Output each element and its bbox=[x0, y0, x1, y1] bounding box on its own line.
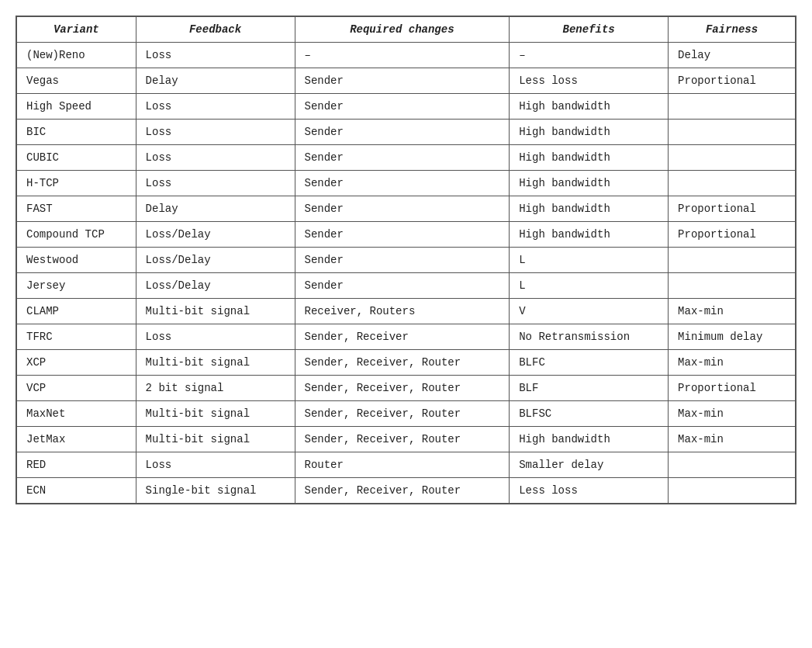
cell-r2-c4 bbox=[669, 94, 796, 120]
cell-r9-c3: L bbox=[510, 273, 669, 299]
table-row: FASTDelaySenderHigh bandwidthProportiona… bbox=[17, 196, 796, 222]
cell-r15-c4: Max-min bbox=[669, 427, 796, 452]
cell-r16-c2: Router bbox=[295, 452, 510, 478]
cell-r1-c3: Less loss bbox=[510, 68, 669, 94]
cell-r17-c1: Single-bit signal bbox=[136, 478, 295, 504]
cell-r3-c0: BIC bbox=[17, 120, 136, 145]
table-row: CUBICLossSenderHigh bandwidth bbox=[17, 145, 796, 171]
header-row: Variant Feedback Required changes Benefi… bbox=[17, 17, 796, 43]
table-row: CLAMPMulti-bit signalReceiver, RoutersVM… bbox=[17, 299, 796, 324]
table-body: (New)RenoLoss––DelayVegasDelaySenderLess… bbox=[17, 43, 796, 504]
cell-r8-c3: L bbox=[510, 248, 669, 273]
cell-r6-c4: Proportional bbox=[669, 196, 796, 222]
cell-r11-c4: Minimum delay bbox=[669, 324, 796, 350]
cell-r1-c0: Vegas bbox=[17, 68, 136, 94]
cell-r10-c1: Multi-bit signal bbox=[136, 299, 295, 324]
cell-r1-c4: Proportional bbox=[669, 68, 796, 94]
cell-r6-c1: Delay bbox=[136, 196, 295, 222]
cell-r0-c1: Loss bbox=[136, 43, 295, 68]
cell-r7-c3: High bandwidth bbox=[510, 222, 669, 248]
table-row: High SpeedLossSenderHigh bandwidth bbox=[17, 94, 796, 120]
table-row: MaxNetMulti-bit signalSender, Receiver, … bbox=[17, 401, 796, 427]
table-row: H-TCPLossSenderHigh bandwidth bbox=[17, 171, 796, 196]
cell-r13-c3: BLF bbox=[510, 376, 669, 401]
cell-r17-c0: ECN bbox=[17, 478, 136, 504]
cell-r3-c1: Loss bbox=[136, 120, 295, 145]
cell-r5-c4 bbox=[669, 171, 796, 196]
cell-r12-c2: Sender, Receiver, Router bbox=[295, 350, 510, 376]
table-row: REDLossRouterSmaller delay bbox=[17, 452, 796, 478]
table-row: ECNSingle-bit signalSender, Receiver, Ro… bbox=[17, 478, 796, 504]
cell-r6-c3: High bandwidth bbox=[510, 196, 669, 222]
cell-r0-c3: – bbox=[510, 43, 669, 68]
cell-r16-c1: Loss bbox=[136, 452, 295, 478]
cell-r15-c0: JetMax bbox=[17, 427, 136, 452]
cell-r15-c2: Sender, Receiver, Router bbox=[295, 427, 510, 452]
cell-r12-c1: Multi-bit signal bbox=[136, 350, 295, 376]
table-row: Compound TCPLoss/DelaySenderHigh bandwid… bbox=[17, 222, 796, 248]
cell-r15-c1: Multi-bit signal bbox=[136, 427, 295, 452]
cell-r4-c3: High bandwidth bbox=[510, 145, 669, 171]
cell-r0-c2: – bbox=[295, 43, 510, 68]
cell-r14-c0: MaxNet bbox=[17, 401, 136, 427]
cell-r14-c2: Sender, Receiver, Router bbox=[295, 401, 510, 427]
table-row: XCPMulti-bit signalSender, Receiver, Rou… bbox=[17, 350, 796, 376]
cell-r10-c0: CLAMP bbox=[17, 299, 136, 324]
cell-r0-c0: (New)Reno bbox=[17, 43, 136, 68]
cell-r11-c1: Loss bbox=[136, 324, 295, 350]
table-row: (New)RenoLoss––Delay bbox=[17, 43, 796, 68]
cell-r12-c3: BLFC bbox=[510, 350, 669, 376]
cell-r8-c2: Sender bbox=[295, 248, 510, 273]
cell-r2-c3: High bandwidth bbox=[510, 94, 669, 120]
main-table-wrapper: Variant Feedback Required changes Benefi… bbox=[16, 16, 796, 504]
cell-r8-c0: Westwood bbox=[17, 248, 136, 273]
table-row: JetMaxMulti-bit signalSender, Receiver, … bbox=[17, 427, 796, 452]
cell-r5-c0: H-TCP bbox=[17, 171, 136, 196]
table-row: VegasDelaySenderLess lossProportional bbox=[17, 68, 796, 94]
cell-r7-c4: Proportional bbox=[669, 222, 796, 248]
table-row: BICLossSenderHigh bandwidth bbox=[17, 120, 796, 145]
table-row: WestwoodLoss/DelaySenderL bbox=[17, 248, 796, 273]
cell-r10-c4: Max-min bbox=[669, 299, 796, 324]
cell-r2-c0: High Speed bbox=[17, 94, 136, 120]
cell-r8-c4 bbox=[669, 248, 796, 273]
cell-r5-c3: High bandwidth bbox=[510, 171, 669, 196]
cell-r4-c1: Loss bbox=[136, 145, 295, 171]
cell-r7-c2: Sender bbox=[295, 222, 510, 248]
cell-r14-c3: BLFSC bbox=[510, 401, 669, 427]
cell-r4-c0: CUBIC bbox=[17, 145, 136, 171]
cell-r16-c4 bbox=[669, 452, 796, 478]
cell-r17-c4 bbox=[669, 478, 796, 504]
cell-r16-c3: Smaller delay bbox=[510, 452, 669, 478]
cell-r11-c2: Sender, Receiver bbox=[295, 324, 510, 350]
cell-r5-c1: Loss bbox=[136, 171, 295, 196]
cell-r14-c4: Max-min bbox=[669, 401, 796, 427]
table-row: JerseyLoss/DelaySenderL bbox=[17, 273, 796, 299]
col-header-fairness: Fairness bbox=[669, 17, 796, 43]
cell-r13-c2: Sender, Receiver, Router bbox=[295, 376, 510, 401]
cell-r1-c1: Delay bbox=[136, 68, 295, 94]
cell-r17-c2: Sender, Receiver, Router bbox=[295, 478, 510, 504]
cell-r6-c2: Sender bbox=[295, 196, 510, 222]
cell-r12-c4: Max-min bbox=[669, 350, 796, 376]
cell-r7-c1: Loss/Delay bbox=[136, 222, 295, 248]
cell-r2-c2: Sender bbox=[295, 94, 510, 120]
cell-r7-c0: Compound TCP bbox=[17, 222, 136, 248]
cell-r9-c4 bbox=[669, 273, 796, 299]
cell-r9-c2: Sender bbox=[295, 273, 510, 299]
cell-r2-c1: Loss bbox=[136, 94, 295, 120]
cell-r10-c3: V bbox=[510, 299, 669, 324]
cell-r16-c0: RED bbox=[17, 452, 136, 478]
cell-r13-c0: VCP bbox=[17, 376, 136, 401]
cell-r8-c1: Loss/Delay bbox=[136, 248, 295, 273]
col-header-required-changes: Required changes bbox=[295, 17, 510, 43]
col-header-variant: Variant bbox=[17, 17, 136, 43]
cell-r6-c0: FAST bbox=[17, 196, 136, 222]
cell-r3-c2: Sender bbox=[295, 120, 510, 145]
col-header-feedback: Feedback bbox=[136, 17, 295, 43]
cell-r10-c2: Receiver, Routers bbox=[295, 299, 510, 324]
cell-r4-c4 bbox=[669, 145, 796, 171]
cell-r17-c3: Less loss bbox=[510, 478, 669, 504]
table-row: VCP2 bit signalSender, Receiver, RouterB… bbox=[17, 376, 796, 401]
cell-r14-c1: Multi-bit signal bbox=[136, 401, 295, 427]
